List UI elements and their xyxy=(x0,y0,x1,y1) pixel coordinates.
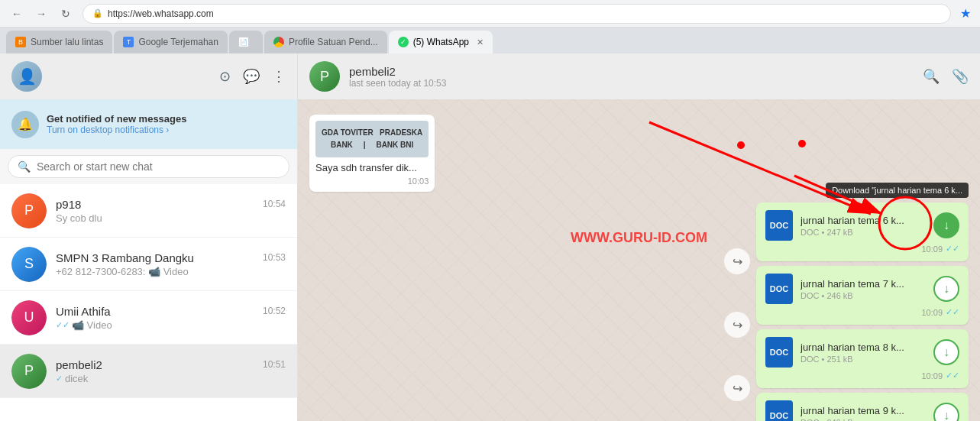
doc-type-3: DOC xyxy=(800,355,819,364)
status-icon[interactable]: ⊙ xyxy=(219,68,231,85)
doc-checks-3: ✓✓ xyxy=(946,371,959,381)
doc-row-2: ↪ DOC jurnal harian tema 7 k... DOC • 24… xyxy=(724,266,969,325)
msg-doc-4: DOC jurnal harian tema 9 k... DOC • 249 … xyxy=(756,393,969,421)
translate-favicon: T xyxy=(123,37,134,47)
doc-size-1: 247 kB xyxy=(826,228,852,237)
doc-size-3: 251 kB xyxy=(826,355,852,364)
msg-doc-1: Download "jurnal harian tema 6 k... DOC … xyxy=(756,202,969,261)
doc-download-btn-2[interactable]: ↓ xyxy=(933,276,959,302)
search-bar: 🔍 xyxy=(0,149,297,184)
doc-file-icon-4: DOC xyxy=(765,400,793,421)
double-check-icon: ✓✓ xyxy=(56,320,70,330)
reload-button[interactable]: ↻ xyxy=(55,3,76,24)
tab-profile[interactable]: Profile Satuan Pend... xyxy=(264,31,387,53)
msg-image-bank: GDA TOVITER PRADESKA BANK | BANK BNI xyxy=(315,121,429,157)
chat-messages: GDA TOVITER PRADESKA BANK | BANK BNI Say… xyxy=(298,99,980,421)
search-input[interactable] xyxy=(37,160,280,173)
doc-download-btn-3[interactable]: ↓ xyxy=(933,339,959,365)
contact-item-smpn[interactable]: S SMPN 3 Rambang Dangku 10:53 +62 812-73… xyxy=(0,238,297,291)
forward-button[interactable]: → xyxy=(31,3,52,24)
doc-row-3: ↪ DOC jurnal harian tema 8 k... DOC • 25… xyxy=(724,329,969,388)
contact-preview-smpn: +62 812-7300-6283: 📹 Video xyxy=(56,266,286,277)
whatsapp-favicon: ✓ xyxy=(398,37,409,47)
tab-whatsapp[interactable]: ✓ (5) WhatsApp ✕ xyxy=(389,31,493,53)
notification-bar: 🔔 Get notified of new messages Turn on d… xyxy=(0,99,297,149)
contact-item-p918[interactable]: P p918 10:54 Sy cob dlu xyxy=(0,184,297,238)
contact-item-umii[interactable]: U Umii Athifa 10:52 ✓✓ 📹 Video xyxy=(0,291,297,345)
notification-bell-icon: 🔔 xyxy=(11,111,39,138)
doc-footer-1: 10:09 ✓✓ xyxy=(765,244,959,254)
bookmark-star-icon[interactable]: ★ xyxy=(957,3,974,24)
whatsapp-app: 👤 ⊙ 💬 ⋮ 🔔 Get notified of new messages T… xyxy=(0,53,980,421)
doc-type-2: DOC xyxy=(800,291,819,300)
new-chat-icon[interactable]: 💬 xyxy=(243,68,260,85)
chat-last-seen: last seen today at 10:53 xyxy=(349,78,914,89)
contact-preview-p918: Sy cob dlu xyxy=(56,212,286,224)
doc-footer-2: 10:09 ✓✓ xyxy=(765,307,959,317)
lock-icon: 🔒 xyxy=(92,8,103,18)
doc-time-2: 10:09 xyxy=(921,308,943,317)
doc-info-4: jurnal harian tema 9 k... DOC • 249 kB xyxy=(800,405,926,422)
contact-name-smpn: SMPN 3 Rambang Dangku xyxy=(56,251,194,264)
tab-translate-label: Google Terjemahan xyxy=(138,37,218,47)
doc-type-4: DOC xyxy=(800,418,819,422)
sidebar-header-icons: ⊙ 💬 ⋮ xyxy=(219,68,286,85)
contact-item-pembeli2[interactable]: P pembeli2 10:51 ✓ dicek xyxy=(0,345,297,398)
doc-file-icon-1: DOC xyxy=(765,210,793,241)
doc-footer-3: 10:09 ✓✓ xyxy=(765,371,959,381)
chat-header-icons: 🔍 📎 xyxy=(923,68,969,85)
my-avatar[interactable]: 👤 xyxy=(11,61,42,92)
menu-icon[interactable]: ⋮ xyxy=(272,68,286,85)
tab-blogger-label: Sumber lalu lintas xyxy=(31,37,103,47)
tab-translate[interactable]: T Google Terjemahan xyxy=(114,31,228,53)
doc-inner-4: DOC jurnal harian tema 9 k... DOC • 249 … xyxy=(765,400,959,421)
chrome-favicon xyxy=(273,37,284,47)
contact-preview-umii: ✓✓ 📹 Video xyxy=(56,319,286,331)
contact-info-p918: p918 10:54 Sy cob dlu xyxy=(56,198,286,224)
notification-cta[interactable]: Turn on desktop notifications › xyxy=(47,125,187,135)
doc-name-1: jurnal harian tema 6 k... xyxy=(800,215,926,226)
back-button[interactable]: ← xyxy=(6,3,27,24)
chat-search-icon[interactable]: 🔍 xyxy=(923,68,940,85)
chat-contact-name: pembeli2 xyxy=(349,65,914,78)
doc-info-2: jurnal harian tema 7 k... DOC • 246 kB xyxy=(800,278,926,300)
doc-messages-container: ↪ Download "jurnal harian tema 6 k... DO… xyxy=(724,202,969,421)
url-text: https://web.whatsapp.com xyxy=(108,8,214,19)
doc-download-btn-4[interactable]: ↓ xyxy=(933,403,959,421)
msg-text: Saya sdh transfer dik... xyxy=(315,162,429,173)
doc-name-4: jurnal harian tema 9 k... xyxy=(800,405,926,416)
doc-time-1: 10:09 xyxy=(921,245,943,254)
tab-doc[interactable]: 📄 xyxy=(229,31,263,53)
sidebar-header: 👤 ⊙ 💬 ⋮ xyxy=(0,53,297,99)
chat-attachment-icon[interactable]: 📎 xyxy=(952,68,969,85)
chat-header: P pembeli2 last seen today at 10:53 🔍 📎 xyxy=(298,53,980,99)
doc-download-btn-1[interactable]: ↓ xyxy=(933,212,959,238)
contact-info-pembeli2: pembeli2 10:51 ✓ dicek xyxy=(56,358,286,384)
contact-name-p918: p918 xyxy=(56,198,81,211)
tab-close-icon[interactable]: ✕ xyxy=(477,37,484,47)
tabs-bar: B Sumber lalu lintas T Google Terjemahan… xyxy=(0,28,980,53)
doc-checks-1: ✓✓ xyxy=(946,244,959,254)
contact-name-umii: Umii Athifa xyxy=(56,305,111,318)
address-bar[interactable]: 🔒 https://web.whatsapp.com xyxy=(82,4,951,24)
msg-row-incoming: GDA TOVITER PRADESKA BANK | BANK BNI Say… xyxy=(309,115,969,192)
doc-favicon: 📄 xyxy=(238,37,249,47)
doc-meta-4: DOC • 249 kB xyxy=(800,418,926,422)
contact-name-pembeli2: pembeli2 xyxy=(56,358,102,371)
doc-row-4: ↪ DOC jurnal harian tema 9 k... DOC • 24… xyxy=(724,393,969,421)
single-check-icon: ✓ xyxy=(56,374,63,384)
tab-blogger[interactable]: B Sumber lalu lintas xyxy=(6,31,112,53)
contact-avatar-smpn: S xyxy=(11,247,47,282)
contact-time-umii: 10:52 xyxy=(263,306,286,316)
contact-info-umii: Umii Athifa 10:52 ✓✓ 📹 Video xyxy=(56,305,286,331)
doc-type-1: DOC xyxy=(800,228,819,237)
doc-info-1: jurnal harian tema 6 k... DOC • 247 kB xyxy=(800,215,926,237)
chat-header-avatar: P xyxy=(309,61,340,92)
contact-preview-pembeli2: ✓ dicek xyxy=(56,373,286,384)
tab-profile-label: Profile Satuan Pend... xyxy=(289,37,378,47)
doc-inner-3: DOC jurnal harian tema 8 k... DOC • 251 … xyxy=(765,337,959,368)
msg-time: 10:03 xyxy=(315,176,429,186)
chat-header-info: pembeli2 last seen today at 10:53 xyxy=(349,65,914,89)
doc-size-4: 249 kB xyxy=(826,418,852,422)
blogger-favicon: B xyxy=(15,37,26,47)
